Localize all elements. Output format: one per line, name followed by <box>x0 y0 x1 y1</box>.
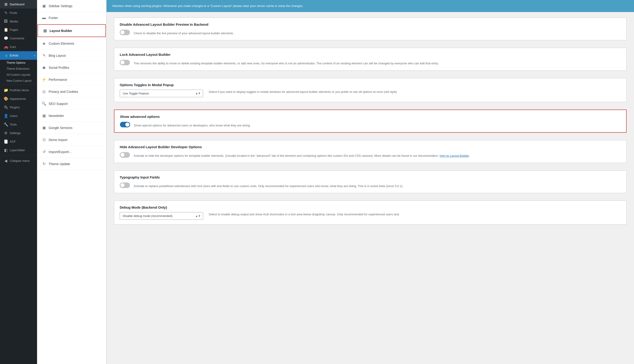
middle-nav-performance[interactable]: ⚡ Performance <box>37 74 106 86</box>
section-lock-builder: Lock Advanced Layout Builder This remove… <box>114 48 626 70</box>
typography-row: Activate to replace predefined selectbox… <box>120 182 621 188</box>
lock-builder-slider <box>120 60 130 65</box>
options-toggles-row: Use Toggle Feature Show All Options ▲▼ S… <box>120 90 621 97</box>
sidebar-item-tools[interactable]: 🔧 Tools <box>0 120 37 129</box>
hide-developer-toggle[interactable] <box>120 152 130 158</box>
sidebar-sub-new-custom-layout[interactable]: New Custom Layout <box>0 78 37 84</box>
users-icon: 👤 <box>4 114 8 118</box>
sidebar-item-comments[interactable]: 💬 Comments <box>0 34 37 42</box>
media-icon: 🖼 <box>4 19 8 24</box>
debug-mode-title: Debug Mode (Backend Only) <box>120 206 621 209</box>
sidebar-item-portfolio[interactable]: 📁 Portfolio Items <box>0 86 37 94</box>
debug-mode-desc: Select to enable debug output and show A… <box>209 212 621 217</box>
options-toggles-select-wrapper: Use Toggle Feature Show All Options ▲▼ <box>120 90 203 97</box>
layout-builder-icon: ▤ <box>42 28 47 33</box>
hide-developer-row: Activate to hide the developer options f… <box>120 152 621 158</box>
newsletter-icon: ▦ <box>42 114 46 118</box>
middle-nav-custom-elements[interactable]: ◈ Custom Elements <box>37 38 106 50</box>
settings-icon: ⚙ <box>4 131 8 135</box>
section-show-advanced: Show advanced options Show special optio… <box>114 110 626 133</box>
sidebar-item-pages[interactable]: 📋 Pages <box>0 26 37 34</box>
typography-slider <box>120 182 130 188</box>
debug-mode-select[interactable]: Disable debug mode (recommended) Enable … <box>120 212 203 220</box>
show-advanced-slider <box>120 122 130 127</box>
intro-layout-builder-link[interactable]: Intro to Layout Builder <box>440 154 469 158</box>
sidebar-item-media[interactable]: 🖼 Media <box>0 17 37 26</box>
sidebar-item-posts[interactable]: ✎ Posts <box>0 8 37 17</box>
middle-nav-social-profiles[interactable]: ◉ Social Profiles <box>37 62 106 74</box>
dashboard-icon: ⊞ <box>4 2 8 6</box>
disable-preview-desc: Check to disable the live preview of you… <box>134 31 233 36</box>
sidebar-item-collapse[interactable]: ◀ Collapse menu <box>0 156 37 165</box>
sidebar-item-appearance[interactable]: 🎨 Appearance <box>0 94 37 103</box>
disable-preview-toggle[interactable] <box>120 30 130 35</box>
middle-nav-import-export[interactable]: ↺ Import/Export/... <box>37 146 106 158</box>
middle-nav-blog-layout[interactable]: ✎ Blog Layout <box>37 50 106 62</box>
sidebar-item-plugins[interactable]: 🔌 Plugins <box>0 103 37 112</box>
seo-icon: 🔍 <box>42 102 46 106</box>
google-icon: ▣ <box>42 126 46 130</box>
sidebar-divider-1 <box>0 85 37 85</box>
show-advanced-toggle[interactable] <box>120 122 130 127</box>
typography-toggle[interactable] <box>120 182 130 188</box>
sidebar-item-users[interactable]: 👤 Users <box>0 112 37 120</box>
options-toggles-title: Options Toggles In Modal Popup <box>120 83 621 87</box>
sidebar-item-acf[interactable]: 📑 ACF <box>0 137 37 146</box>
lock-builder-row: This removes the ability to move or dele… <box>120 59 621 66</box>
middle-nav-theme-update[interactable]: ↻ Theme Update <box>37 158 106 170</box>
blog-layout-icon: ✎ <box>42 53 46 58</box>
layerslider-icon: ◧ <box>4 148 8 152</box>
comments-icon: 💬 <box>4 36 8 40</box>
hide-developer-desc: Activate to hide the developer options f… <box>134 154 470 158</box>
disable-preview-row: Check to disable the live preview of you… <box>120 29 621 36</box>
section-options-toggles: Options Toggles In Modal Popup Use Toggl… <box>114 78 626 102</box>
info-banner: Attention when using caching plugins: Wh… <box>106 0 634 12</box>
pages-icon: 📋 <box>4 28 8 32</box>
sidebar-sub-all-custom-layouts[interactable]: All Custom Layouts <box>0 72 37 78</box>
section-debug-mode: Debug Mode (Backend Only) Disable debug … <box>114 200 626 224</box>
import-export-icon: ↺ <box>42 150 46 154</box>
sidebar-sub-theme-extensions[interactable]: Theme Extensions <box>0 66 37 72</box>
posts-icon: ✎ <box>4 11 8 15</box>
lock-builder-toggle[interactable] <box>120 60 130 65</box>
sidebar-item-enfold[interactable]: ◀ Enfold <box>0 51 37 60</box>
content-body: Disable Advanced Layout Builder Preview … <box>106 12 634 238</box>
privacy-icon: ◎ <box>42 90 46 94</box>
middle-nav-demo-import[interactable]: ⊡ Demo Import <box>37 134 106 146</box>
appearance-icon: 🎨 <box>4 96 8 101</box>
section-disable-preview: Disable Advanced Layout Builder Preview … <box>114 18 626 40</box>
sidebar-item-dashboard[interactable]: ⊞ Dashboard <box>0 0 37 8</box>
collapse-icon: ◀ <box>4 158 8 163</box>
disable-preview-title: Disable Advanced Layout Builder Preview … <box>120 22 621 26</box>
sidebar-divider-2 <box>0 155 37 156</box>
tools-icon: 🔧 <box>4 122 8 127</box>
show-advanced-desc: Show special options for advanced users … <box>134 123 250 128</box>
middle-nav-seo[interactable]: 🔍 SEO Support <box>37 98 106 110</box>
middle-nav-sidebar-settings[interactable]: ▣ Sidebar Settings <box>37 0 106 12</box>
middle-panel: ▣ Sidebar Settings ▬ Footer ▤ Layout Bui… <box>37 0 106 364</box>
middle-nav-footer[interactable]: ▬ Footer <box>37 12 106 24</box>
typography-title: Typography Input Fields <box>120 175 621 179</box>
plugins-icon: 🔌 <box>4 105 8 110</box>
options-toggles-desc: Select if you want to display toggles in… <box>209 90 621 94</box>
cars-icon: 🚗 <box>4 45 8 49</box>
debug-mode-select-wrapper: Disable debug mode (recommended) Enable … <box>120 212 203 220</box>
enfold-icon: ◀ <box>4 53 8 58</box>
middle-nav-newsletter[interactable]: ▦ Newsletter <box>37 110 106 122</box>
sidebar-sub-theme-options[interactable]: Theme Options <box>0 60 37 66</box>
options-toggles-select[interactable]: Use Toggle Feature Show All Options <box>120 90 203 97</box>
section-hide-developer: Hide Advanced Layout Builder Developer O… <box>114 140 626 163</box>
sidebar-item-layerslider[interactable]: ◧ LayerSlider <box>0 146 37 154</box>
debug-mode-row: Disable debug mode (recommended) Enable … <box>120 212 621 220</box>
middle-nav-privacy-cookies[interactable]: ◎ Privacy and Cookies <box>37 86 106 98</box>
middle-nav-google-services[interactable]: ▣ Google Services <box>37 122 106 134</box>
section-typography: Typography Input Fields Activate to repl… <box>114 170 626 193</box>
portfolio-icon: 📁 <box>4 88 8 92</box>
main-content: Attention when using caching plugins: Wh… <box>106 0 634 364</box>
sidebar-item-settings[interactable]: ⚙ Settings <box>0 129 37 137</box>
theme-update-icon: ↻ <box>42 162 46 166</box>
middle-nav-layout-builder[interactable]: ▤ Layout Builder <box>38 24 106 37</box>
sidebar-item-cars[interactable]: 🚗 Cars <box>0 42 37 51</box>
demo-icon: ⊡ <box>42 138 46 142</box>
typography-desc: Activate to replace predefined selectbox… <box>134 184 403 188</box>
